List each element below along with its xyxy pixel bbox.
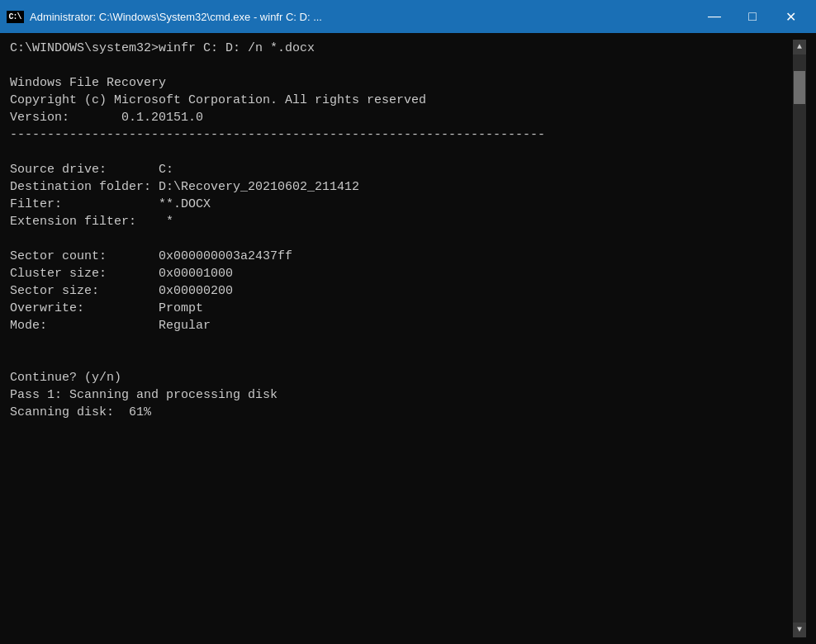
ext-filter-line: Extension filter: * — [10, 213, 793, 230]
command-line: C:\WINDOWS\system32>winfr C: D: /n *.doc… — [10, 40, 793, 57]
sector-size-value: 0x00000200 — [159, 284, 233, 298]
blank-line-5 — [10, 352, 793, 369]
overwrite-value: Prompt — [159, 301, 203, 315]
blank-line-4 — [10, 334, 793, 352]
dest-label: Destination folder: — [10, 180, 159, 194]
sector-value: 0x000000003a2437ff — [159, 249, 292, 263]
mode-line: Mode: Regular — [10, 317, 793, 334]
cmd-icon: C:\ — [7, 11, 24, 23]
source-label: Source drive: — [10, 163, 159, 177]
window: C:\ Administrator: C:\Windows\System32\c… — [0, 0, 816, 644]
scanning-line: Scanning disk: 61% — [10, 404, 793, 421]
blank-line-2 — [10, 144, 793, 161]
close-button[interactable]: ✕ — [771, 3, 809, 30]
version-line: Version: 0.1.20151.0 — [10, 109, 793, 126]
separator-line: ----------------------------------------… — [10, 126, 793, 144]
sector-size-label: Sector size: — [10, 284, 159, 298]
source-value: C: — [159, 163, 173, 177]
copyright-line: Copyright (c) Microsoft Corporation. All… — [10, 92, 793, 109]
title-bar: C:\ Administrator: C:\Windows\System32\c… — [0, 0, 816, 33]
ext-value: * — [159, 215, 173, 229]
terminal-content[interactable]: C:\WINDOWS\system32>winfr C: D: /n *.doc… — [10, 40, 793, 637]
cluster-label: Cluster size: — [10, 267, 159, 281]
sector-count-line: Sector count: 0x000000003a2437ff — [10, 248, 793, 265]
filter-label: Filter: — [10, 197, 159, 211]
scroll-down-arrow[interactable]: ▼ — [793, 623, 806, 637]
title-bar-controls: — □ ✕ — [695, 3, 809, 30]
scrollbar[interactable]: ▲ ▼ — [793, 40, 806, 637]
source-line: Source drive: C: — [10, 161, 793, 178]
title-bar-left: C:\ Administrator: C:\Windows\System32\c… — [7, 8, 322, 25]
scroll-up-arrow[interactable]: ▲ — [793, 40, 806, 54]
cluster-value: 0x00001000 — [159, 267, 233, 281]
version-value: 0.1.20151.0 — [69, 111, 203, 125]
blank-line-3 — [10, 230, 793, 248]
window-title: Administrator: C:\Windows\System32\cmd.e… — [30, 11, 322, 23]
mode-label: Mode: — [10, 319, 159, 333]
dest-value: D:\Recovery_20210602_211412 — [159, 180, 359, 194]
overwrite-label: Overwrite: — [10, 301, 159, 315]
ext-label: Extension filter: — [10, 215, 159, 229]
mode-value: Regular — [159, 319, 211, 333]
filter-value: **.DOCX — [159, 197, 211, 211]
filter-line: Filter: **.DOCX — [10, 196, 793, 213]
cmd-icon-wrapper: C:\ — [7, 8, 23, 25]
scrollbar-thumb[interactable] — [794, 71, 805, 104]
pass-line: Pass 1: Scanning and processing disk — [10, 386, 793, 404]
overwrite-line: Overwrite: Prompt — [10, 300, 793, 317]
maximize-button[interactable]: □ — [733, 3, 771, 30]
minimize-button[interactable]: — — [695, 3, 733, 30]
sector-size-line: Sector size: 0x00000200 — [10, 282, 793, 300]
app-name-line: Windows File Recovery — [10, 74, 793, 92]
version-label: Version: — [10, 111, 69, 125]
continue-line: Continue? (y/n) — [10, 369, 793, 386]
terminal-area: C:\WINDOWS\system32>winfr C: D: /n *.doc… — [0, 33, 816, 644]
cluster-size-line: Cluster size: 0x00001000 — [10, 265, 793, 282]
sector-label: Sector count: — [10, 249, 159, 263]
blank-line-1 — [10, 57, 793, 74]
dest-line: Destination folder: D:\Recovery_20210602… — [10, 178, 793, 196]
